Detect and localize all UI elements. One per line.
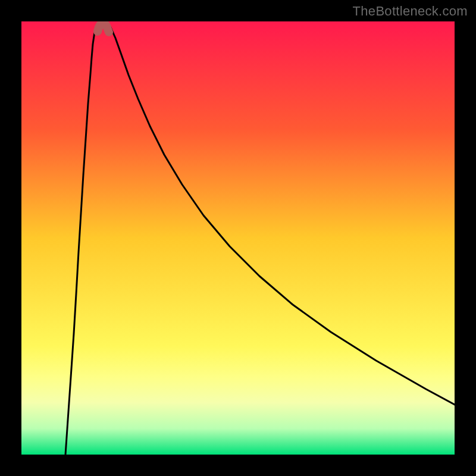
watermark-text: TheBottleneck.com	[353, 4, 468, 19]
plot-area	[21, 21, 455, 455]
background-gradient	[21, 21, 455, 455]
chart-container: TheBottleneck.com	[0, 0, 476, 476]
chart-svg	[21, 21, 455, 455]
